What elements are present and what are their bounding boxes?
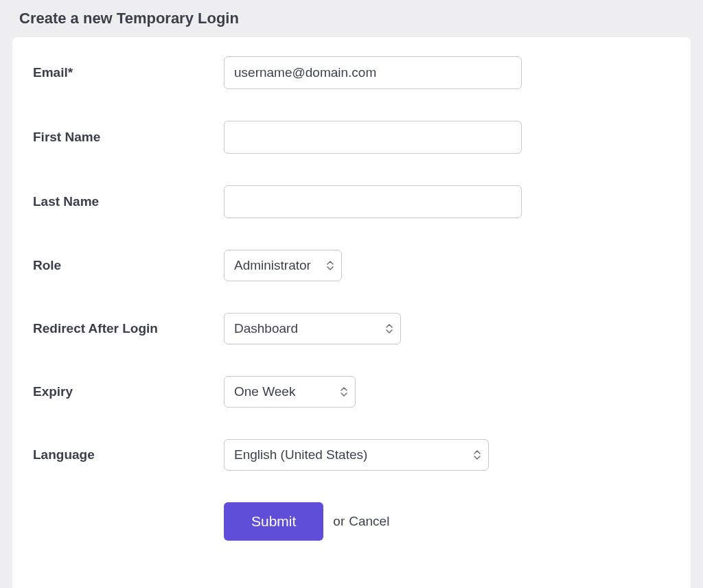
- email-input[interactable]: [224, 56, 522, 89]
- form-row-language: Language English (United States): [33, 439, 670, 471]
- role-select[interactable]: Administrator: [224, 250, 342, 281]
- form-row-expiry: Expiry One Week: [33, 376, 670, 408]
- expiry-select[interactable]: One Week: [224, 376, 356, 408]
- form-row-redirect: Redirect After Login Dashboard: [33, 313, 670, 344]
- language-select[interactable]: English (United States): [224, 439, 489, 471]
- email-label: Email*: [33, 65, 224, 80]
- redirect-label: Redirect After Login: [33, 321, 224, 336]
- last-name-label: Last Name: [33, 194, 224, 209]
- form-row-email: Email*: [33, 56, 670, 89]
- first-name-input[interactable]: [224, 121, 522, 154]
- redirect-select[interactable]: Dashboard: [224, 313, 401, 344]
- page-title: Create a new Temporary Login: [0, 0, 703, 37]
- submit-button[interactable]: Submit: [224, 502, 323, 541]
- cancel-link[interactable]: Cancel: [349, 514, 389, 529]
- form-row-last-name: Last Name: [33, 185, 670, 218]
- expiry-label: Expiry: [33, 384, 224, 399]
- language-label: Language: [33, 447, 224, 462]
- last-name-input[interactable]: [224, 185, 522, 218]
- form-row-first-name: First Name: [33, 121, 670, 154]
- first-name-label: First Name: [33, 130, 224, 145]
- form-row-role: Role Administrator: [33, 250, 670, 281]
- role-label: Role: [33, 258, 224, 273]
- form-card: Email* First Name Last Name Role Adminis…: [12, 37, 691, 588]
- actions-row: Submit or Cancel: [33, 502, 670, 541]
- or-text: or: [333, 514, 345, 529]
